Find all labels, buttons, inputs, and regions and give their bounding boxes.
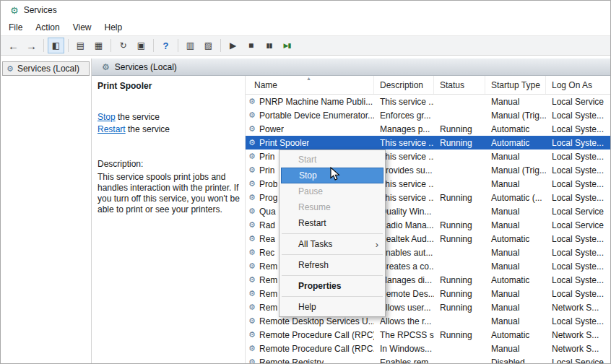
column-header-name-label: Name <box>254 80 277 90</box>
service-icon: ⚙ <box>248 166 259 174</box>
standard-view-icon: ▨ <box>204 41 212 50</box>
properties-button[interactable]: ▦ <box>90 38 107 53</box>
service-row[interactable]: ⚙Remote RegistryEnables rem...DisabledLo… <box>246 355 610 363</box>
service-name-cell: ⚙Remote Desktop Services U... <box>246 316 374 326</box>
toolbar-separator <box>220 39 221 52</box>
service-name: PNRP Machine Name Publi... <box>259 97 373 107</box>
column-header-description[interactable]: Description <box>374 76 434 94</box>
window-title: Services <box>24 5 57 15</box>
service-status: Running <box>434 220 485 230</box>
tree-item-services-local[interactable]: ⚙ Services (Local) <box>2 61 90 76</box>
service-icon: ⚙ <box>248 331 259 339</box>
new-window-icon: ▣ <box>137 41 145 50</box>
service-name: Power <box>259 124 284 134</box>
menu-item-label: All Tasks <box>298 239 332 249</box>
restart-service-line: Restart the service <box>98 124 239 134</box>
restart-service-icon: ▶▮ <box>284 43 291 49</box>
service-name: Prob <box>259 179 277 189</box>
help-button[interactable]: ? <box>157 38 174 53</box>
service-log-on-as: Network S... <box>546 330 610 340</box>
toolbar-separator <box>68 39 69 52</box>
service-log-on-as: Local Syste... <box>546 234 610 244</box>
show-console-tree-button[interactable]: ◧ <box>48 38 64 53</box>
menu-item-properties[interactable]: Properties <box>280 278 385 294</box>
menu-item-label: Stop <box>299 170 317 181</box>
menu-view[interactable]: View <box>66 21 98 34</box>
service-name: Remote Procedure Call (RPC... <box>259 344 374 354</box>
service-name: Rem <box>259 275 277 285</box>
menu-item-label: Refresh <box>298 260 329 270</box>
description-text: This service spools print jobs and handl… <box>98 172 243 215</box>
stop-service-line: Stop the service <box>98 112 239 122</box>
service-log-on-as: Local Syste... <box>546 275 610 285</box>
services-node-icon: ⚙ <box>6 65 14 73</box>
new-window-button[interactable]: ▣ <box>133 38 150 53</box>
menu-help[interactable]: Help <box>98 21 129 34</box>
service-row[interactable]: ⚙PowerManages p...RunningAutomaticLocal … <box>246 122 610 136</box>
menu-item-label: Properties <box>298 281 341 291</box>
back-button[interactable]: ← <box>5 38 22 53</box>
service-startup-type: Automatic <box>485 234 546 244</box>
service-description: Manages p... <box>374 124 434 134</box>
menu-bar: File Action View Help <box>1 20 610 35</box>
service-name: Print Spooler <box>259 138 309 148</box>
stop-service-link[interactable]: Stop <box>98 112 116 122</box>
service-status: Running <box>434 330 485 340</box>
selected-service-name: Print Spooler <box>98 81 239 91</box>
service-row[interactable]: ⚙Remote Procedure Call (RPC)The RPCSS s.… <box>246 328 610 342</box>
service-row[interactable]: ⚙PNRP Machine Name Publi...This service … <box>246 95 610 108</box>
menu-item-restart[interactable]: Restart <box>280 215 385 231</box>
service-icon: ⚙ <box>248 276 259 284</box>
start-service-icon: ▶ <box>230 41 236 50</box>
column-header-status[interactable]: Status <box>434 76 485 94</box>
refresh-button[interactable]: ↻ <box>115 38 131 53</box>
service-row[interactable]: ⚙Remote Procedure Call (RPC...In Windows… <box>246 342 610 355</box>
menu-separator <box>282 275 383 276</box>
extended-view-button[interactable]: ▥ <box>182 38 199 53</box>
service-description: This service ... <box>374 97 434 107</box>
service-name-cell: ⚙Remote Registry <box>246 358 374 364</box>
service-name-cell: ⚙Portable Device Enumerator... <box>246 110 374 121</box>
pause-service-button[interactable]: ▮▮ <box>261 38 277 53</box>
service-name: Rem <box>259 261 277 272</box>
service-name: Prin <box>259 165 274 176</box>
service-icon: ⚙ <box>248 98 259 105</box>
service-log-on-as: Local Syste... <box>546 165 610 176</box>
menu-item-all-tasks[interactable]: All Tasks› <box>280 236 385 252</box>
help-icon: ? <box>163 41 169 51</box>
menu-item-refresh[interactable]: Refresh <box>280 257 385 273</box>
menu-item-label: Resume <box>298 202 331 212</box>
service-log-on-as: Local Service <box>546 97 610 107</box>
content-header: ⚙ Services (Local) <box>92 58 610 76</box>
standard-view-button[interactable]: ▨ <box>200 38 217 53</box>
service-row[interactable]: ⚙Print SpoolerThis service ...RunningAut… <box>246 136 610 150</box>
restart-service-button[interactable]: ▶▮ <box>279 38 295 53</box>
service-status: Running <box>434 303 485 313</box>
column-header-log-on-as[interactable]: Log On As <box>546 76 610 94</box>
service-icon: ⚙ <box>248 111 259 119</box>
sort-asc-icon: ▲ <box>306 76 311 81</box>
stop-service-button[interactable]: ■ <box>243 38 259 53</box>
service-log-on-as: Local Syste... <box>546 193 610 203</box>
service-status: Running <box>434 289 485 299</box>
service-icon: ⚙ <box>248 125 259 133</box>
menu-file[interactable]: File <box>2 21 29 34</box>
forward-button[interactable]: → <box>23 38 40 53</box>
service-startup-type: Manual (Trig... <box>485 165 546 176</box>
service-log-on-as: Local Service <box>546 220 610 230</box>
service-name-cell: ⚙Power <box>246 124 374 134</box>
description-label: Description: <box>98 159 239 169</box>
restart-service-link[interactable]: Restart <box>98 124 126 134</box>
service-name: Prin <box>259 152 274 162</box>
export-list-button[interactable]: ▤ <box>72 38 89 53</box>
column-header-name[interactable]: Name ▲ <box>246 76 374 94</box>
forward-icon: → <box>26 40 37 51</box>
menu-item-help[interactable]: Help <box>280 299 385 315</box>
menu-action[interactable]: Action <box>29 21 66 34</box>
service-row[interactable]: ⚙Portable Device Enumerator...Enforces g… <box>246 108 610 122</box>
column-header-startup-type[interactable]: Startup Type <box>485 76 546 94</box>
start-service-button[interactable]: ▶ <box>225 38 241 53</box>
services-window: ⚙ Services File Action View Help ←→◧▤▦↻▣… <box>0 0 611 364</box>
content-header-title: Services (Local) <box>115 62 177 72</box>
service-icon: ⚙ <box>248 344 259 352</box>
